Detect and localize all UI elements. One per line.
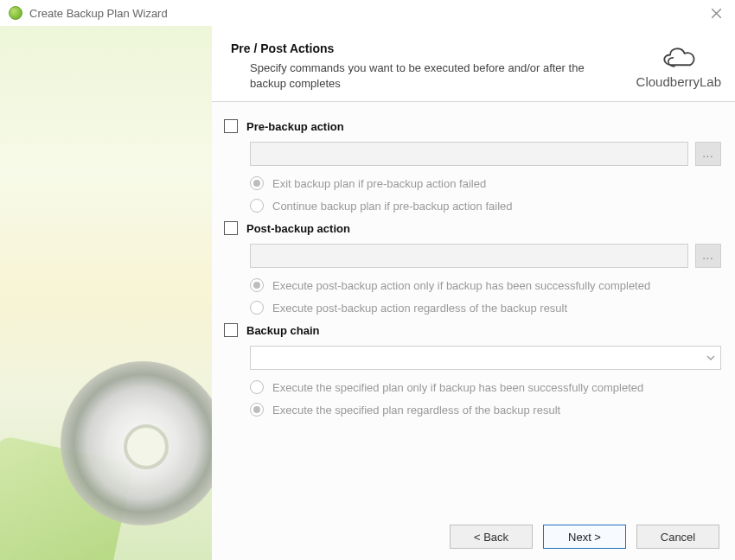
app-icon	[9, 6, 22, 20]
wizard-window: Create Backup Plan Wizard Pre / Post Act…	[0, 0, 735, 560]
pre-backup-browse-button[interactable]: ...	[695, 142, 721, 166]
close-button[interactable]	[706, 3, 726, 23]
pre-backup-section: Pre-backup action ... Exit backup plan i…	[224, 119, 721, 213]
cloud-icon	[657, 41, 700, 73]
chain-success-radio[interactable]	[250, 380, 264, 394]
wizard-sidebar	[0, 26, 212, 560]
brand-label: CloudberryLab	[636, 74, 721, 89]
wizard-main: Pre / Post Actions Specify commands you …	[212, 26, 735, 560]
backup-chain-section: Backup chain Execute the specified plan …	[224, 323, 721, 417]
post-always-radio[interactable]	[250, 301, 264, 315]
page-subtitle: Specify commands you want to be executed…	[250, 60, 613, 91]
post-backup-checkbox[interactable]	[224, 221, 238, 235]
post-backup-label: Post-backup action	[246, 222, 350, 235]
chevron-down-icon	[706, 355, 715, 360]
wizard-footer: < Back Next > Cancel	[212, 513, 735, 560]
window-title: Create Backup Plan Wizard	[29, 7, 706, 20]
chain-success-label: Execute the specified plan only if backu…	[272, 381, 643, 394]
pre-exit-radio[interactable]	[250, 176, 264, 190]
post-backup-browse-button[interactable]: ...	[695, 244, 721, 268]
pre-backup-checkbox[interactable]	[224, 119, 238, 133]
wizard-content: Pre-backup action ... Exit backup plan i…	[212, 102, 735, 513]
pre-exit-label: Exit backup plan if pre-backup action fa…	[272, 177, 486, 190]
pre-continue-label: Continue backup plan if pre-backup actio…	[272, 200, 513, 213]
backup-chain-select[interactable]	[250, 346, 721, 370]
next-button[interactable]: Next >	[543, 525, 626, 549]
backup-chain-label: Backup chain	[246, 324, 320, 337]
titlebar: Create Backup Plan Wizard	[0, 0, 735, 26]
close-icon	[712, 9, 721, 18]
post-always-label: Execute post-backup action regardless of…	[272, 302, 567, 315]
post-backup-section: Post-backup action ... Execute post-back…	[224, 221, 721, 315]
brand-block: CloudberryLab	[636, 41, 721, 89]
wizard-header: Pre / Post Actions Specify commands you …	[212, 26, 735, 102]
sidebar-decor-disc	[61, 361, 212, 525]
chain-always-radio[interactable]	[250, 403, 264, 417]
pre-backup-command-input[interactable]	[250, 142, 688, 166]
post-backup-command-input[interactable]	[250, 244, 688, 268]
pre-backup-label: Pre-backup action	[246, 120, 344, 133]
cancel-button[interactable]: Cancel	[636, 525, 719, 549]
back-button[interactable]: < Back	[450, 525, 533, 549]
post-success-label: Execute post-backup action only if backu…	[272, 279, 650, 292]
chain-always-label: Execute the specified plan regardless of…	[272, 404, 560, 417]
backup-chain-checkbox[interactable]	[224, 323, 238, 337]
pre-continue-radio[interactable]	[250, 199, 264, 213]
post-success-radio[interactable]	[250, 278, 264, 292]
page-title: Pre / Post Actions	[231, 41, 628, 55]
